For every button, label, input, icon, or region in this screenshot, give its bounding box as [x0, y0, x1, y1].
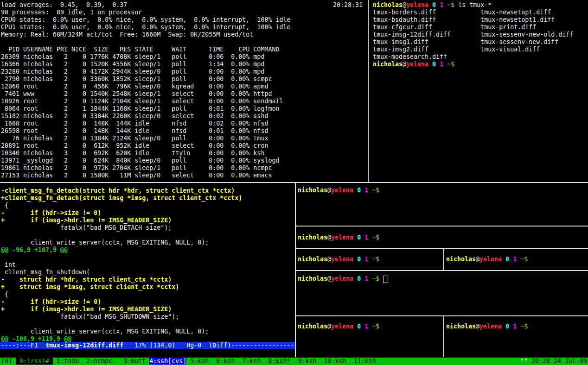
shell-pane-5-active[interactable]: nicholas@yelena 0 1 ~$ — [296, 271, 588, 315]
shell-pane-1[interactable]: nicholas@yelena 0 1 ~$ — [296, 183, 588, 226]
shell-pane-6[interactable]: nicholas@yelena 0 1 ~$ — [296, 316, 443, 357]
status-window-11[interactable]: 11:ksh — [350, 358, 376, 365]
shell-pane-3[interactable]: nicholas@yelena 0 1 ~$ — [296, 249, 443, 270]
pane-border-vertical-top — [368, 0, 369, 182]
status-session-name[interactable]: [0] — [1, 358, 16, 365]
emacs-diff-buffer: -client_msg_fn_detach(struct hdr *hdr, s… — [1, 187, 242, 343]
shell-prompt: nicholas@yelena 0 1 ~$ — [298, 275, 383, 283]
pane-border-v1 — [443, 249, 444, 270]
shell-prompt: nicholas@yelena 0 1 ~$ — [446, 323, 531, 330]
shell-pane-ls[interactable]: nicholas@yelena 0 1 ~$ ls tmux-* tmux-bo… — [369, 0, 588, 182]
status-window-2[interactable]: 2:ncmpc- — [83, 358, 120, 365]
tmux-screen: { "colors": { "background": "#000000", "… — [0, 0, 588, 365]
shell-pane-4[interactable]: nicholas@yelena 0 1 ~$ — [444, 249, 588, 270]
shell-prompt: nicholas@yelena 0 1 ~$ — [298, 187, 383, 194]
status-right: "" 20:28 24-Jul-09 — [520, 358, 587, 365]
emacs-modeline-text: ----:---F1 tmux-imsg-12diff.diff 17% (13… — [1, 342, 294, 349]
cursor-block — [383, 276, 388, 283]
shell-prompt: nicholas@yelena 0 1 ~$ — [298, 256, 383, 263]
status-clock: 20:28 24-Jul-09 — [531, 358, 587, 365]
status-window-4-current[interactable]: 4:ssh[cvs] — [149, 358, 186, 365]
status-window-5[interactable]: 5:ksh — [186, 358, 212, 365]
status-window-1[interactable]: 1:todo — [53, 358, 83, 365]
status-window-10[interactable]: 10:ksh — [320, 358, 350, 365]
emacs-pane[interactable]: -client_msg_fn_detach(struct hdr *hdr, s… — [0, 183, 295, 357]
top-summary: load averages: 0.45, 0.39, 0.37 90 proce… — [1, 1, 290, 38]
emacs-modeline: ----:---F1 tmux-imsg-12diff.diff 17% (13… — [0, 342, 295, 349]
top-pane[interactable]: load averages: 0.45, 0.39, 0.37 90 proce… — [0, 0, 367, 182]
shell-prompt: nicholas@yelena 0 1 ~$ — [446, 256, 531, 263]
pane-border-horizontal-main — [0, 182, 588, 183]
process-table-header: PID USERNAME PRI NICE SIZE RES STATE WAI… — [1, 46, 279, 53]
shell-pane-2[interactable]: nicholas@yelena 0 1 ~$ — [296, 227, 588, 248]
pane-border-v2 — [443, 316, 444, 357]
status-window-8[interactable]: 8:ksh* — [268, 358, 290, 365]
status-window-6[interactable]: 6:ksh — [212, 358, 238, 365]
pane-border-h2 — [296, 248, 588, 249]
status-window-3[interactable]: 3:mutt — [120, 358, 149, 365]
pane-border-h4 — [296, 315, 588, 316]
status-window-0-alert[interactable]: 0:irssi# — [16, 358, 53, 365]
tmux-status-bar: [0] 0:irssi# 1:todo 2:ncmpc- 3:mutt 4:ss… — [0, 358, 588, 365]
shell-prompt: nicholas@yelena 0 1 ~$ — [298, 234, 383, 241]
shell-pane-7[interactable]: nicholas@yelena 0 1 ~$ — [444, 316, 588, 357]
top-clock: 20:28:31 — [333, 1, 363, 9]
pane-border-h1 — [296, 226, 588, 227]
status-window-7[interactable]: 7:ksh — [238, 358, 264, 365]
shell-prompt: nicholas@yelena 0 1 ~$ — [298, 323, 383, 330]
status-pane-title: "" — [520, 358, 531, 365]
process-table: 26309 nicholas 2 0 1776K 4708K sleep/1 p… — [1, 53, 283, 179]
ls-output: nicholas@yelena 0 1 ~$ ls tmux-* tmux-bo… — [373, 1, 573, 68]
status-window-9[interactable]: 9:ksh — [291, 358, 320, 365]
pane-border-h3 — [296, 270, 588, 271]
status-window-list: [0] 0:irssi# 1:todo 2:ncmpc- 3:mutt 4:ss… — [1, 358, 376, 365]
